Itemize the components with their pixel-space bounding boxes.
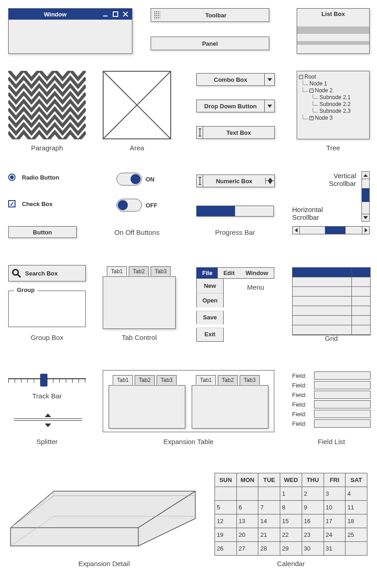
calendar-cell[interactable]: 25 — [346, 528, 367, 542]
field-input[interactable] — [314, 410, 371, 418]
chevron-down-icon[interactable] — [264, 74, 274, 85]
field-input[interactable] — [314, 371, 371, 380]
list-box[interactable]: List Box — [297, 8, 370, 54]
grid-cell[interactable] — [352, 316, 370, 325]
grid-cell[interactable] — [293, 316, 352, 325]
menu-item-exit[interactable]: Exit — [197, 327, 223, 341]
calendar-cell[interactable]: 17 — [324, 514, 346, 528]
minimize-icon[interactable] — [102, 11, 109, 17]
calendar-cell[interactable]: 22 — [280, 528, 302, 542]
splitter-down-icon[interactable] — [45, 424, 51, 427]
tree-node[interactable]: Subnode 2.3 — [319, 108, 351, 114]
maximize-icon[interactable] — [112, 11, 119, 17]
list-item[interactable] — [297, 19, 369, 26]
calendar-cell[interactable]: 3 — [324, 487, 346, 501]
button[interactable]: Button — [8, 226, 77, 238]
menubar[interactable]: File Edit Window — [196, 267, 274, 279]
splitter[interactable] — [14, 413, 82, 427]
tab[interactable]: Tab3 — [151, 266, 171, 276]
tab[interactable]: Tab3 — [240, 375, 260, 385]
calendar-cell[interactable] — [236, 487, 258, 501]
menu-file[interactable]: File — [197, 268, 218, 278]
close-icon[interactable] — [122, 11, 129, 17]
dropdown-button[interactable]: Drop Down Button — [196, 100, 275, 112]
window-titlebar[interactable]: Window — [9, 9, 132, 20]
spinner[interactable] — [265, 178, 274, 184]
field-input[interactable] — [314, 400, 371, 408]
calendar-cell[interactable]: 12 — [215, 514, 237, 528]
calendar-cell[interactable] — [215, 487, 237, 501]
calendar-cell[interactable]: 5 — [215, 501, 237, 514]
calendar-cell[interactable]: 2 — [302, 487, 324, 501]
calendar-cell[interactable] — [346, 542, 367, 556]
tree-node[interactable]: Root — [304, 74, 316, 80]
grip-icon[interactable] — [153, 10, 161, 20]
grid-cell[interactable] — [293, 325, 352, 335]
field-input[interactable] — [314, 381, 371, 389]
checkbox[interactable]: ✓ Check Box — [8, 200, 52, 207]
calendar-cell[interactable]: 14 — [258, 514, 280, 528]
toggle-off[interactable]: OFF — [116, 199, 157, 212]
radio-button[interactable]: Radio Button — [8, 174, 59, 181]
grid-cell[interactable] — [352, 277, 370, 287]
tab[interactable]: Tab1 — [113, 375, 133, 385]
calendar-cell[interactable]: 18 — [346, 514, 367, 528]
tree-node[interactable]: Subnode 2.1 — [319, 94, 351, 101]
field-input[interactable] — [314, 391, 371, 399]
tree-node[interactable]: Node 1 — [309, 80, 327, 87]
calendar-cell[interactable]: 29 — [280, 542, 302, 556]
tab[interactable]: Tab2 — [135, 375, 155, 385]
calendar-cell[interactable]: 11 — [346, 501, 367, 514]
collapse-icon[interactable]: − — [309, 89, 314, 93]
search-box[interactable]: Search Box — [8, 265, 86, 281]
scroll-up-icon[interactable] — [362, 172, 369, 179]
tree[interactable]: −Root Node 1 −Node 2 Subnode 2.1 Subnode… — [297, 71, 370, 139]
calendar-cell[interactable]: 13 — [236, 514, 258, 528]
calendar-cell[interactable]: 16 — [302, 514, 324, 528]
grid-cell[interactable] — [352, 287, 370, 297]
combo-box[interactable]: Combo Box — [196, 73, 275, 86]
grid-cell[interactable] — [352, 325, 370, 335]
grid[interactable] — [292, 267, 371, 335]
tab[interactable]: Tab1 — [107, 266, 127, 276]
tree-node[interactable]: Node 3 — [315, 115, 333, 121]
calendar-cell[interactable]: 6 — [236, 501, 258, 514]
calendar-cell[interactable]: 19 — [215, 528, 237, 542]
menu-item-open[interactable]: Open — [197, 293, 223, 308]
tab[interactable]: Tab3 — [157, 375, 177, 385]
calendar-cell[interactable]: 28 — [258, 542, 280, 556]
text-box[interactable]: Text Box — [196, 126, 275, 139]
splitter-up-icon[interactable] — [45, 413, 51, 417]
numeric-box[interactable]: Numeric Box — [196, 175, 275, 187]
calendar-cell[interactable]: 20 — [236, 528, 258, 542]
calendar[interactable]: SUNMONTUEWEDTHUFRISAT1234567891011121314… — [215, 473, 367, 556]
track-bar[interactable] — [8, 374, 86, 392]
list-item[interactable] — [297, 34, 369, 41]
scroll-right-icon[interactable] — [362, 227, 369, 234]
calendar-cell[interactable]: 23 — [302, 528, 324, 542]
radio-icon[interactable] — [8, 174, 16, 181]
collapse-icon[interactable]: − — [299, 75, 303, 79]
tab[interactable]: Tab2 — [129, 266, 149, 276]
calendar-cell[interactable]: 31 — [324, 542, 346, 556]
list-item[interactable] — [297, 41, 369, 45]
field-input[interactable] — [314, 419, 371, 428]
tab[interactable]: Tab2 — [218, 375, 238, 385]
menu-item-new[interactable]: New — [197, 279, 223, 293]
toggle-on[interactable]: ON — [116, 173, 155, 185]
calendar-cell[interactable]: 9 — [302, 501, 324, 514]
calendar-cell[interactable]: 27 — [236, 542, 258, 556]
calendar-cell[interactable]: 30 — [302, 542, 324, 556]
tree-node[interactable]: Subnode 2.2 — [319, 101, 351, 107]
list-item[interactable] — [297, 26, 369, 34]
scroll-down-icon[interactable] — [362, 214, 369, 221]
menu-edit[interactable]: Edit — [218, 268, 240, 278]
calendar-cell[interactable]: 4 — [346, 487, 367, 501]
toolbar[interactable]: Toolbar — [151, 8, 269, 22]
calendar-cell[interactable]: 1 — [280, 487, 302, 501]
calendar-cell[interactable]: 26 — [215, 542, 237, 556]
calendar-cell[interactable] — [258, 487, 280, 501]
tree-node[interactable]: Node 2 — [315, 87, 333, 94]
chevron-down-icon[interactable] — [264, 100, 274, 112]
menu-item-save[interactable]: Save — [197, 310, 223, 325]
